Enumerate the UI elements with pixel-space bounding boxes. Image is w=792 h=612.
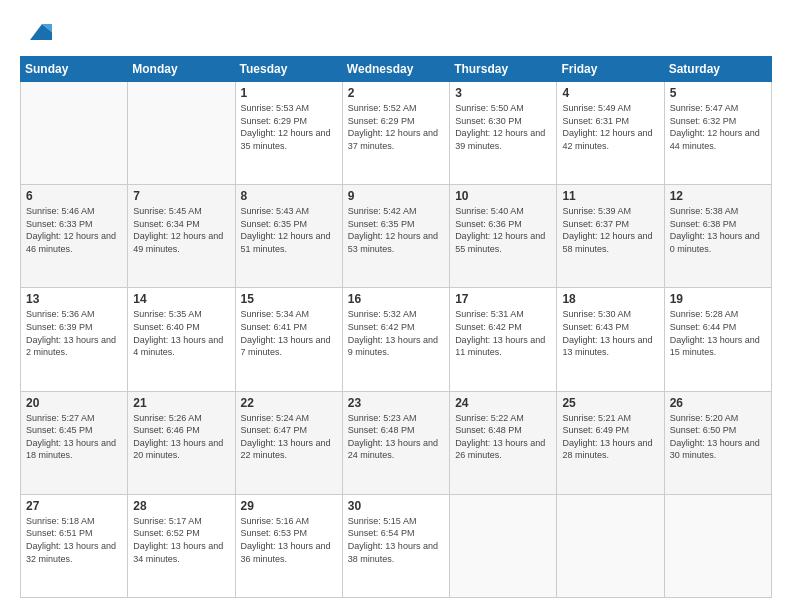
day-info: Sunrise: 5:15 AM Sunset: 6:54 PM Dayligh… <box>348 515 444 565</box>
day-info: Sunrise: 5:17 AM Sunset: 6:52 PM Dayligh… <box>133 515 229 565</box>
day-info: Sunrise: 5:46 AM Sunset: 6:33 PM Dayligh… <box>26 205 122 255</box>
calendar-cell: 18Sunrise: 5:30 AM Sunset: 6:43 PM Dayli… <box>557 288 664 391</box>
day-number: 10 <box>455 189 551 203</box>
day-info: Sunrise: 5:32 AM Sunset: 6:42 PM Dayligh… <box>348 308 444 358</box>
calendar-cell <box>664 494 771 597</box>
calendar-cell: 19Sunrise: 5:28 AM Sunset: 6:44 PM Dayli… <box>664 288 771 391</box>
day-info: Sunrise: 5:50 AM Sunset: 6:30 PM Dayligh… <box>455 102 551 152</box>
calendar-cell: 5Sunrise: 5:47 AM Sunset: 6:32 PM Daylig… <box>664 82 771 185</box>
week-row-2: 6Sunrise: 5:46 AM Sunset: 6:33 PM Daylig… <box>21 185 772 288</box>
calendar-cell: 25Sunrise: 5:21 AM Sunset: 6:49 PM Dayli… <box>557 391 664 494</box>
day-info: Sunrise: 5:31 AM Sunset: 6:42 PM Dayligh… <box>455 308 551 358</box>
calendar-cell <box>128 82 235 185</box>
col-header-friday: Friday <box>557 57 664 82</box>
day-info: Sunrise: 5:43 AM Sunset: 6:35 PM Dayligh… <box>241 205 337 255</box>
calendar-table: SundayMondayTuesdayWednesdayThursdayFrid… <box>20 56 772 598</box>
day-number: 29 <box>241 499 337 513</box>
day-number: 25 <box>562 396 658 410</box>
calendar-cell: 29Sunrise: 5:16 AM Sunset: 6:53 PM Dayli… <box>235 494 342 597</box>
day-info: Sunrise: 5:49 AM Sunset: 6:31 PM Dayligh… <box>562 102 658 152</box>
calendar-header-row: SundayMondayTuesdayWednesdayThursdayFrid… <box>21 57 772 82</box>
day-number: 1 <box>241 86 337 100</box>
calendar-cell: 24Sunrise: 5:22 AM Sunset: 6:48 PM Dayli… <box>450 391 557 494</box>
day-info: Sunrise: 5:28 AM Sunset: 6:44 PM Dayligh… <box>670 308 766 358</box>
day-info: Sunrise: 5:52 AM Sunset: 6:29 PM Dayligh… <box>348 102 444 152</box>
col-header-sunday: Sunday <box>21 57 128 82</box>
day-number: 19 <box>670 292 766 306</box>
day-number: 14 <box>133 292 229 306</box>
day-number: 20 <box>26 396 122 410</box>
calendar-cell: 1Sunrise: 5:53 AM Sunset: 6:29 PM Daylig… <box>235 82 342 185</box>
day-info: Sunrise: 5:38 AM Sunset: 6:38 PM Dayligh… <box>670 205 766 255</box>
logo <box>20 18 52 46</box>
calendar-cell: 21Sunrise: 5:26 AM Sunset: 6:46 PM Dayli… <box>128 391 235 494</box>
day-info: Sunrise: 5:40 AM Sunset: 6:36 PM Dayligh… <box>455 205 551 255</box>
calendar-cell: 23Sunrise: 5:23 AM Sunset: 6:48 PM Dayli… <box>342 391 449 494</box>
page: SundayMondayTuesdayWednesdayThursdayFrid… <box>0 0 792 612</box>
header <box>20 18 772 46</box>
calendar-cell: 12Sunrise: 5:38 AM Sunset: 6:38 PM Dayli… <box>664 185 771 288</box>
day-number: 16 <box>348 292 444 306</box>
calendar-cell: 26Sunrise: 5:20 AM Sunset: 6:50 PM Dayli… <box>664 391 771 494</box>
calendar-cell: 2Sunrise: 5:52 AM Sunset: 6:29 PM Daylig… <box>342 82 449 185</box>
calendar-cell <box>557 494 664 597</box>
day-number: 27 <box>26 499 122 513</box>
day-number: 24 <box>455 396 551 410</box>
day-number: 8 <box>241 189 337 203</box>
day-info: Sunrise: 5:42 AM Sunset: 6:35 PM Dayligh… <box>348 205 444 255</box>
day-info: Sunrise: 5:18 AM Sunset: 6:51 PM Dayligh… <box>26 515 122 565</box>
calendar-cell <box>21 82 128 185</box>
day-number: 21 <box>133 396 229 410</box>
day-number: 26 <box>670 396 766 410</box>
calendar-cell: 8Sunrise: 5:43 AM Sunset: 6:35 PM Daylig… <box>235 185 342 288</box>
calendar-cell: 30Sunrise: 5:15 AM Sunset: 6:54 PM Dayli… <box>342 494 449 597</box>
day-number: 30 <box>348 499 444 513</box>
day-number: 28 <box>133 499 229 513</box>
day-info: Sunrise: 5:20 AM Sunset: 6:50 PM Dayligh… <box>670 412 766 462</box>
logo-icon <box>24 18 52 46</box>
day-info: Sunrise: 5:47 AM Sunset: 6:32 PM Dayligh… <box>670 102 766 152</box>
day-info: Sunrise: 5:22 AM Sunset: 6:48 PM Dayligh… <box>455 412 551 462</box>
day-number: 13 <box>26 292 122 306</box>
col-header-thursday: Thursday <box>450 57 557 82</box>
week-row-5: 27Sunrise: 5:18 AM Sunset: 6:51 PM Dayli… <box>21 494 772 597</box>
calendar-cell: 22Sunrise: 5:24 AM Sunset: 6:47 PM Dayli… <box>235 391 342 494</box>
week-row-3: 13Sunrise: 5:36 AM Sunset: 6:39 PM Dayli… <box>21 288 772 391</box>
col-header-saturday: Saturday <box>664 57 771 82</box>
day-number: 5 <box>670 86 766 100</box>
week-row-1: 1Sunrise: 5:53 AM Sunset: 6:29 PM Daylig… <box>21 82 772 185</box>
day-number: 23 <box>348 396 444 410</box>
day-info: Sunrise: 5:36 AM Sunset: 6:39 PM Dayligh… <box>26 308 122 358</box>
calendar-cell: 20Sunrise: 5:27 AM Sunset: 6:45 PM Dayli… <box>21 391 128 494</box>
day-number: 2 <box>348 86 444 100</box>
day-info: Sunrise: 5:30 AM Sunset: 6:43 PM Dayligh… <box>562 308 658 358</box>
calendar-cell <box>450 494 557 597</box>
day-info: Sunrise: 5:23 AM Sunset: 6:48 PM Dayligh… <box>348 412 444 462</box>
col-header-wednesday: Wednesday <box>342 57 449 82</box>
calendar-cell: 16Sunrise: 5:32 AM Sunset: 6:42 PM Dayli… <box>342 288 449 391</box>
day-info: Sunrise: 5:16 AM Sunset: 6:53 PM Dayligh… <box>241 515 337 565</box>
calendar-cell: 13Sunrise: 5:36 AM Sunset: 6:39 PM Dayli… <box>21 288 128 391</box>
calendar-cell: 3Sunrise: 5:50 AM Sunset: 6:30 PM Daylig… <box>450 82 557 185</box>
week-row-4: 20Sunrise: 5:27 AM Sunset: 6:45 PM Dayli… <box>21 391 772 494</box>
calendar-cell: 6Sunrise: 5:46 AM Sunset: 6:33 PM Daylig… <box>21 185 128 288</box>
calendar-cell: 7Sunrise: 5:45 AM Sunset: 6:34 PM Daylig… <box>128 185 235 288</box>
day-number: 4 <box>562 86 658 100</box>
day-number: 11 <box>562 189 658 203</box>
day-number: 9 <box>348 189 444 203</box>
calendar-cell: 9Sunrise: 5:42 AM Sunset: 6:35 PM Daylig… <box>342 185 449 288</box>
day-info: Sunrise: 5:45 AM Sunset: 6:34 PM Dayligh… <box>133 205 229 255</box>
calendar-cell: 27Sunrise: 5:18 AM Sunset: 6:51 PM Dayli… <box>21 494 128 597</box>
calendar-cell: 11Sunrise: 5:39 AM Sunset: 6:37 PM Dayli… <box>557 185 664 288</box>
day-info: Sunrise: 5:27 AM Sunset: 6:45 PM Dayligh… <box>26 412 122 462</box>
calendar-cell: 17Sunrise: 5:31 AM Sunset: 6:42 PM Dayli… <box>450 288 557 391</box>
day-info: Sunrise: 5:39 AM Sunset: 6:37 PM Dayligh… <box>562 205 658 255</box>
day-number: 3 <box>455 86 551 100</box>
day-info: Sunrise: 5:26 AM Sunset: 6:46 PM Dayligh… <box>133 412 229 462</box>
day-info: Sunrise: 5:34 AM Sunset: 6:41 PM Dayligh… <box>241 308 337 358</box>
day-number: 15 <box>241 292 337 306</box>
day-info: Sunrise: 5:21 AM Sunset: 6:49 PM Dayligh… <box>562 412 658 462</box>
col-header-monday: Monday <box>128 57 235 82</box>
day-number: 17 <box>455 292 551 306</box>
calendar-cell: 15Sunrise: 5:34 AM Sunset: 6:41 PM Dayli… <box>235 288 342 391</box>
